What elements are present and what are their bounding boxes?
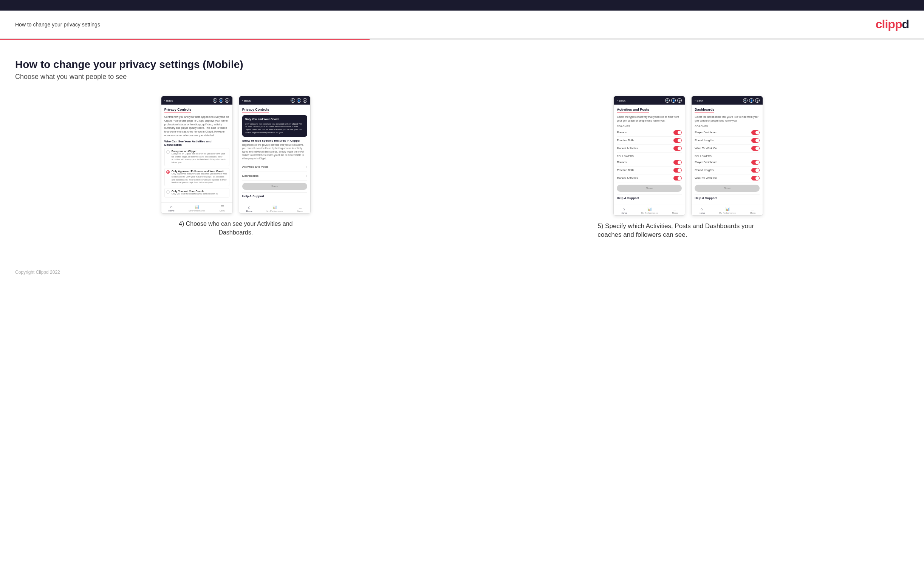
- menu-icon-4: ☰: [751, 207, 754, 211]
- person-icon-2[interactable]: 👤: [297, 98, 301, 103]
- nav-home-1[interactable]: ⌂ Home: [168, 205, 174, 212]
- toggle-player-dash-follower-switch[interactable]: [751, 160, 759, 164]
- toggle-rounds-coach-label: Rounds: [617, 131, 627, 134]
- settings-icon-2[interactable]: ⚙: [303, 98, 307, 103]
- toggle-player-dash-coach-label: Player Dashboard: [695, 131, 717, 134]
- person-icon[interactable]: 👤: [219, 98, 223, 103]
- coaches-label-3: COACHES: [617, 125, 682, 127]
- followers-label-3: FOLLOWERS: [617, 155, 682, 158]
- chart-icon-4: 📊: [725, 207, 730, 211]
- phone3-save[interactable]: Save: [617, 185, 682, 192]
- screenshot-pair-2: ‹ Back 🔍 👤 ⚙ Activities and Posts Select…: [613, 96, 763, 216]
- toggle-work-on-follower[interactable]: What To Work On: [695, 174, 759, 182]
- copyright: Copyright Clippd 2022: [15, 270, 60, 275]
- toggle-work-on-coach[interactable]: What To Work On: [695, 145, 759, 153]
- toggle-player-dash-coach[interactable]: Player Dashboard: [695, 129, 759, 137]
- show-hide-section: Show or hide specific features in Clippd…: [242, 139, 307, 160]
- toggle-drills-coach[interactable]: Practice Drills: [617, 137, 682, 145]
- nav-home-2[interactable]: ⌂ Home: [246, 205, 252, 212]
- person-icon-3[interactable]: 👤: [671, 98, 676, 103]
- nav-perf-label: My Performance: [189, 210, 205, 212]
- nav-perf-4[interactable]: 📊 My Performance: [719, 207, 736, 214]
- settings-icon-3[interactable]: ⚙: [677, 98, 682, 103]
- toggle-manual-coach[interactable]: Manual Activities: [617, 145, 682, 153]
- screenshot-group-2: ‹ Back 🔍 👤 ⚙ Activities and Posts Select…: [468, 96, 909, 239]
- phone1-back[interactable]: ‹ Back: [165, 99, 173, 102]
- chevron-right-1: ›: [306, 164, 307, 169]
- nav-home-3-label: Home: [621, 212, 627, 214]
- phone3-back[interactable]: ‹ Back: [617, 99, 625, 102]
- toggle-rounds-coach[interactable]: Rounds: [617, 129, 682, 137]
- person-icon-4[interactable]: 👤: [749, 98, 754, 103]
- toggle-drills-follower-label: Practice Drills: [617, 168, 634, 172]
- nav-menu-3[interactable]: ☰ Menu: [672, 207, 678, 214]
- phone1-bottom-nav: ⌂ Home 📊 My Performance ☰ Menu: [162, 202, 233, 213]
- phone2-save[interactable]: Save: [242, 183, 307, 190]
- popup-title: Only You and Your Coach: [245, 118, 305, 122]
- search-icon-4[interactable]: 🔍: [743, 98, 748, 103]
- phone2-bottom-nav: ⌂ Home 📊 My Performance ☰ Menu: [239, 203, 310, 213]
- nav-menu-1[interactable]: ☰ Menu: [220, 205, 225, 212]
- phone4-back[interactable]: ‹ Back: [695, 99, 703, 102]
- phone3-icons: 🔍 👤 ⚙: [665, 98, 682, 103]
- radio-everyone[interactable]: Everyone on Clippd Everyone on Clippd ca…: [165, 148, 229, 166]
- phone4-save[interactable]: Save: [695, 185, 759, 192]
- activities-posts-row[interactable]: Activities and Posts ›: [242, 162, 307, 171]
- toggle-rounds-follower[interactable]: Rounds: [617, 159, 682, 166]
- chevron-right-2: ›: [306, 174, 307, 178]
- search-icon-2[interactable]: 🔍: [291, 98, 295, 103]
- settings-icon[interactable]: ⚙: [225, 98, 229, 103]
- phone1-subheading: Who Can See Your Activities and Dashboar…: [165, 140, 229, 147]
- toggle-manual-follower[interactable]: Manual Activities: [617, 174, 682, 182]
- radio-only-coach[interactable]: Only You and Your Coach Only you and the…: [165, 188, 229, 198]
- nav-perf-2[interactable]: 📊 My Performance: [267, 205, 283, 212]
- dashboards-row[interactable]: Dashboards ›: [242, 171, 307, 181]
- phone3-section-title: Activities and Posts: [617, 108, 649, 113]
- settings-icon-4[interactable]: ⚙: [755, 98, 759, 103]
- toggle-rounds-coach-switch[interactable]: [674, 130, 682, 135]
- nav-menu-4[interactable]: ☰ Menu: [750, 207, 756, 214]
- toggle-player-dash-follower[interactable]: Player Dashboard: [695, 159, 759, 166]
- toggle-round-insights-coach-label: Round Insights: [695, 139, 714, 142]
- phone3-topbar: ‹ Back 🔍 👤 ⚙: [614, 96, 685, 105]
- toggle-drills-follower[interactable]: Practice Drills: [617, 166, 682, 174]
- toggle-work-on-coach-switch[interactable]: [751, 146, 759, 151]
- phone2-section-title: Privacy Controls: [242, 108, 270, 113]
- nav-home-4[interactable]: ⌂ Home: [699, 207, 705, 214]
- toggle-work-on-follower-switch[interactable]: [751, 176, 759, 181]
- phone4-topbar: ‹ Back 🔍 👤 ⚙: [691, 96, 762, 105]
- screenshot-group-1: ‹ Back 🔍 👤 ⚙ Privacy Controls Control ho…: [15, 96, 457, 237]
- toggle-round-insights-follower[interactable]: Round Insights: [695, 166, 759, 174]
- radio-approved-label: Only Approved Followers and Your Coach: [171, 170, 228, 172]
- toggle-player-dash-follower-label: Player Dashboard: [695, 161, 717, 164]
- phone3-help: Help & Support: [617, 194, 682, 201]
- nav-perf-1[interactable]: 📊 My Performance: [189, 205, 205, 212]
- popup-desc: Only you and the coaches you connect wit…: [245, 123, 305, 134]
- toggle-round-insights-coach[interactable]: Round Insights: [695, 137, 759, 145]
- nav-menu-4-label: Menu: [750, 212, 756, 214]
- toggle-drills-coach-switch[interactable]: [674, 138, 682, 143]
- toggle-rounds-follower-switch[interactable]: [674, 160, 682, 164]
- toggle-manual-follower-switch[interactable]: [674, 176, 682, 181]
- top-bar: [0, 0, 924, 11]
- phone1-intro: Control how you and your data appears to…: [165, 115, 229, 137]
- toggle-drills-follower-switch[interactable]: [674, 168, 682, 172]
- home-icon-4: ⌂: [701, 207, 703, 211]
- search-icon[interactable]: 🔍: [213, 98, 217, 103]
- phone2-back[interactable]: ‹ Back: [242, 99, 251, 102]
- breadcrumb: How to change your privacy settings: [15, 21, 100, 27]
- menu-icon: ☰: [221, 205, 224, 209]
- search-icon-3[interactable]: 🔍: [665, 98, 670, 103]
- radio-approved[interactable]: Only Approved Followers and Your Coach O…: [165, 168, 229, 186]
- activities-posts-label: Activities and Posts: [242, 165, 268, 168]
- home-icon: ⌂: [170, 205, 173, 209]
- toggle-manual-coach-switch[interactable]: [674, 146, 682, 151]
- phone2-topbar: ‹ Back 🔍 👤 ⚙: [239, 96, 310, 105]
- toggle-round-insights-follower-switch[interactable]: [751, 168, 759, 172]
- toggle-round-insights-coach-switch[interactable]: [751, 138, 759, 143]
- nav-perf-3[interactable]: 📊 My Performance: [641, 207, 658, 214]
- toggle-player-dash-coach-switch[interactable]: [751, 130, 759, 135]
- nav-menu-2[interactable]: ☰ Menu: [297, 205, 303, 212]
- phone1-topbar: ‹ Back 🔍 👤 ⚙: [162, 96, 233, 105]
- nav-home-3[interactable]: ⌂ Home: [621, 207, 627, 214]
